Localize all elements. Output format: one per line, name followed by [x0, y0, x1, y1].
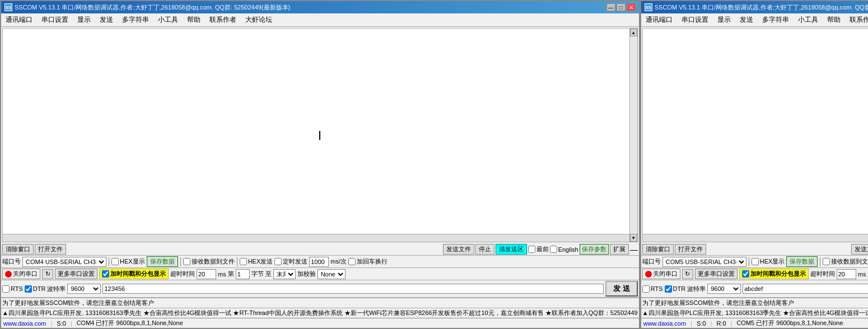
minimize-btn-1[interactable]: — [606, 3, 615, 11]
close-port-btn-1[interactable]: 关闭串口 [2, 269, 40, 279]
ad-row-2: 为了更好地发展SSCOM软件，请您注册嘉立创结尾客户 [641, 298, 868, 308]
recv-to-file-check-2[interactable] [823, 258, 830, 265]
english-checkbox-1[interactable]: English [550, 246, 578, 253]
maximize-btn-1[interactable]: □ [617, 3, 626, 11]
hex-display-check-1[interactable] [111, 258, 119, 265]
english-check-1[interactable] [550, 246, 557, 253]
port-select-2[interactable]: COM5 USB-SERIAL CH340 [662, 257, 746, 267]
stop-btn-1[interactable]: 停止 [475, 244, 494, 255]
last-checkbox-1[interactable]: 最前 [528, 245, 549, 253]
timestamp-check-2[interactable] [742, 270, 749, 278]
menu-display-1[interactable]: 显示 [75, 15, 93, 25]
recv-to-file-label-2[interactable]: 接收数据到文件 [823, 257, 868, 266]
menu-serial-settings-1[interactable]: 串口设置 [39, 15, 71, 25]
open-file-btn-1[interactable]: 打开文件 [35, 244, 66, 255]
hex-send-label-1[interactable]: HEX发送 [240, 257, 273, 266]
baud-select-2[interactable]: 9600 [707, 284, 741, 294]
expand-btn-1[interactable]: 扩展 [610, 244, 629, 255]
port-select-1[interactable]: COM4 USB-SERIAL CH340 [22, 257, 106, 267]
timed-send-check-1[interactable] [274, 258, 282, 265]
send-file-btn-1[interactable]: 发送文件 [443, 244, 474, 255]
crlf-check-1[interactable] [348, 258, 356, 265]
menu-send-2[interactable]: 发送 [738, 15, 755, 25]
title-bar-left-1: SS SSCOM V5.13.1 串口/网络数据调试器,作者:大虾丁丁,2618… [4, 3, 290, 12]
menu-serial-settings-2[interactable]: 串口设置 [679, 15, 711, 25]
more-settings-btn-1[interactable]: 更多串口设置 [55, 269, 97, 279]
rts-label-2[interactable]: RTS [642, 285, 663, 293]
receive-area-2[interactable]: ▲ ▼ [642, 28, 868, 242]
refresh-btn-1[interactable]: ↻ [42, 269, 53, 279]
save-params-btn-1[interactable]: 保存参数 [580, 244, 609, 255]
menu-forum-1[interactable]: 大虾论坛 [243, 15, 274, 25]
close-port-btn-2[interactable]: 关闭串口 [642, 269, 680, 279]
send-btn-1[interactable]: 发 送 [605, 281, 638, 297]
last-check-1[interactable] [528, 246, 535, 253]
timed-ms-input-1[interactable]: 1000 [309, 257, 329, 267]
hex-display-label-2[interactable]: HEX显示 [752, 257, 785, 266]
hex-display-check-2[interactable] [752, 258, 759, 265]
menu-display-2[interactable]: 显示 [715, 15, 733, 25]
clear-send-btn-1[interactable]: 清发送区 [496, 244, 527, 255]
recv-to-file-check-1[interactable] [183, 258, 190, 265]
menu-tools-2[interactable]: 小工具 [796, 15, 820, 25]
hex-send-check-1[interactable] [240, 258, 247, 265]
check-label-1[interactable]: 加校验 [297, 270, 316, 278]
refresh-btn-2[interactable]: ↻ [682, 269, 693, 279]
timestamp-check-1[interactable] [102, 270, 109, 278]
settings-row-2: 端口号 COM5 USB-SERIAL CH340 HEX显示 保存数据 接收数… [641, 256, 868, 268]
menu-multistring-2[interactable]: 多字符串 [760, 15, 791, 25]
timed-send-label-1[interactable]: 定时发送 [274, 257, 307, 266]
rts-label-1[interactable]: RTS [2, 285, 23, 293]
end-select-1[interactable]: 末尾 [273, 269, 296, 279]
receive-area-1[interactable]: ▲ ▼ [2, 28, 638, 242]
status-bar-1: www.daxia.com | S:0 | COM4 已打开 9600bps,8… [1, 318, 639, 328]
menu-contact-1[interactable]: 联系作者 [207, 15, 239, 25]
rts-check-1[interactable] [2, 285, 10, 293]
clear-window-btn-1[interactable]: 清除窗口 [2, 244, 34, 255]
menu-comm-port-1[interactable]: 通讯端口 [3, 15, 35, 25]
menu-help-2[interactable]: 帮助 [825, 15, 843, 25]
dtr-label-1[interactable]: DTR [25, 285, 46, 293]
check-select-1[interactable]: None [318, 269, 346, 279]
timestamp-label-1[interactable]: 加时间戳和分包显示 [102, 270, 166, 278]
baud-select-1[interactable]: 9600 [67, 284, 101, 294]
window-title-1: SSCOM V5.13.1 串口/网络数据调试器,作者:大虾丁丁,2618058… [15, 3, 290, 12]
scroll-down-btn-1[interactable]: ▼ [630, 234, 637, 242]
menu-bar-2: 通讯端口 串口设置 显示 发送 多字符串 小工具 帮助 联系作者 大虾论坛 [641, 13, 868, 27]
hex-display-label-1[interactable]: HEX显示 [111, 257, 145, 266]
scroll-up-btn-1[interactable]: ▲ [630, 29, 637, 36]
port-row-1: 关闭串口 ↻ 更多串口设置 加时间戳和分包显示 超时时间 20 ms 第 1 字… [1, 268, 639, 280]
crlf-label-1[interactable]: 加回车换行 [348, 257, 388, 266]
dtr-check-2[interactable] [665, 285, 672, 293]
send-input-1[interactable]: 123456 [102, 284, 604, 294]
clear-window-btn-2[interactable]: 清除窗口 [642, 244, 674, 255]
page-no-input-1[interactable]: 1 [236, 269, 250, 279]
menu-multistring-1[interactable]: 多字符串 [120, 15, 151, 25]
timeout-input-1[interactable]: 20 [197, 269, 216, 279]
timeout-input-2[interactable]: 20 [837, 269, 856, 279]
menu-comm-port-2[interactable]: 通讯端口 [643, 15, 675, 25]
scrollbar-h-2[interactable] [643, 234, 868, 242]
timestamp-label-2[interactable]: 加时间戳和分包显示 [742, 270, 806, 278]
marquee-text-2: ▲四川果园急寻PLC应用开发, 13316083163季先生 ★合宙高性价比4G… [642, 309, 868, 316]
menu-contact-2[interactable]: 联系作者 [847, 15, 868, 25]
timeout-label-1: 超时时间 [170, 270, 195, 278]
rts-check-2[interactable] [642, 285, 650, 293]
close-btn-1[interactable]: ✕ [627, 3, 636, 11]
menu-help-1[interactable]: 帮助 [185, 15, 203, 25]
timed-unit-1: ms/次 [330, 257, 347, 266]
save-data-btn-1[interactable]: 保存数据 [147, 256, 178, 267]
recv-to-file-label-1[interactable]: 接收数据到文件 [183, 257, 235, 266]
menu-send-1[interactable]: 发送 [97, 15, 115, 25]
send-file-btn-2[interactable]: 发送文件 [851, 244, 868, 255]
dtr-check-1[interactable] [25, 285, 32, 293]
menu-tools-1[interactable]: 小工具 [156, 15, 180, 25]
dtr-label-2[interactable]: DTR [665, 285, 686, 293]
send-input-2[interactable]: abcdef [743, 284, 868, 294]
scrollbar-h-1[interactable] [3, 234, 629, 242]
open-file-btn-2[interactable]: 打开文件 [675, 244, 706, 255]
save-data-btn-2[interactable]: 保存数据 [786, 256, 818, 267]
scrollbar-v-1[interactable]: ▲ ▼ [629, 29, 637, 242]
more-settings-btn-2[interactable]: 更多串口设置 [695, 269, 738, 279]
scroll-track-v-1[interactable] [630, 36, 637, 234]
